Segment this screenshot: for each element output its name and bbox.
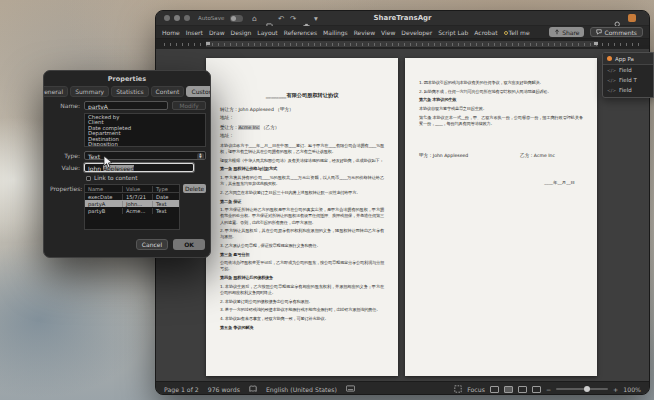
type-label: Type: (54, 152, 80, 159)
code-icon: </> (607, 78, 616, 83)
mouse-cursor (103, 155, 113, 169)
ribbon-tab-draw[interactable]: Draw (209, 29, 225, 36)
value-input[interactable]: John Appleseed (84, 163, 194, 172)
addin-avatar-icon[interactable] (628, 14, 636, 22)
table-row[interactable]: partyB Acme... Text (85, 207, 179, 214)
zoom-out-icon[interactable]: − (546, 386, 551, 393)
window-title: ShareTransAgr (156, 14, 649, 22)
indent-marker[interactable] (206, 42, 210, 45)
addin-pane-item[interactable]: </> Field T (603, 75, 653, 85)
ribbon-tab-design[interactable]: Design (231, 29, 252, 36)
tab-content[interactable]: Content (151, 86, 185, 97)
ribbon-tab-view[interactable]: View (381, 29, 395, 36)
ok-button[interactable]: OK (173, 239, 205, 250)
doc-clause-heading: 第四条 股权转让后的债权债务 (220, 275, 384, 281)
tab-general[interactable]: General (43, 86, 68, 97)
doc-address-line: 地址： (220, 133, 384, 138)
word-count[interactable]: 976 words (208, 386, 240, 393)
doc-clause-heading: 第五条 争议的解决 (220, 325, 384, 331)
dialog-title: Properties (44, 75, 210, 83)
document-page-1[interactable]: ________有限公司股权转让协议 转让方：John Appleseed （甲… (206, 58, 398, 376)
focus-icon (454, 385, 462, 393)
doc-transferor-line: 转让方：John Appleseed （甲方） (220, 107, 384, 112)
zoom-slider[interactable] (556, 388, 608, 390)
ribbon-tab-references[interactable]: References (284, 29, 317, 36)
read-mode-icon[interactable] (490, 386, 499, 393)
modify-button[interactable]: Modify (172, 101, 206, 110)
doc-paragraph: 3. 乙方承认公司章程，保证按章程规定履行义务和责任。 (220, 243, 384, 249)
ribbon-tab-developer[interactable]: Developer (401, 29, 432, 36)
ribbon-tab-acrobat[interactable]: Acrobat (474, 29, 497, 36)
page-indicator[interactable]: Page 1 of 2 (164, 386, 199, 393)
indent-marker[interactable] (594, 42, 598, 45)
print-layout-icon[interactable] (504, 386, 513, 393)
web-layout-icon[interactable] (518, 386, 527, 393)
doc-paragraph: 2. 本协议签订前公司的债权债务由公司享有和承担。 (220, 299, 384, 305)
ribbon-tab-script-lab[interactable]: Script Lab (438, 29, 468, 36)
doc-sign-partyB: 乙方：Acme Inc (520, 153, 555, 158)
properties-label: Properties: (50, 185, 80, 192)
table-row-selected[interactable]: partyA John... Text (85, 200, 179, 207)
table-header-row: Name Value Type (85, 185, 179, 193)
outline-view-icon[interactable] (532, 386, 541, 393)
ribbon-tab-bar: Home Insert Draw Design Layout Reference… (156, 26, 649, 39)
language-indicator[interactable]: English (United States) (266, 386, 337, 393)
doc-date-line: ____年__月__日 (419, 180, 583, 185)
doc-sign-partyA: 甲方：John Appleseed (419, 153, 468, 158)
tab-summary[interactable]: Summary (70, 86, 109, 97)
name-input[interactable]: partyA (84, 101, 168, 110)
doc-paragraph: 本协议由各方于____年__月__日在中国____签订。鉴于甲方在____有限公… (220, 143, 384, 155)
document-canvas: ________有限公司股权转让协议 转让方：John Appleseed （甲… (156, 49, 649, 381)
focus-toggle[interactable]: Focus (467, 386, 485, 393)
addin-pane-item[interactable]: </> Field (603, 85, 653, 95)
document-page-2[interactable]: 1. 因本协议引起的或与本协议有关的任何争议，双方应友好协商解决。 2. 如协商… (405, 58, 597, 376)
doc-clause-heading: 第一条 股权转让价格与付款方式 (220, 166, 384, 172)
comments-button[interactable]: Comments (590, 27, 643, 37)
desktop-wallpaper: AutoSave ⌂ ↶ ↷ ▾ ShareTransAgr Home Inse… (0, 0, 654, 400)
status-bar: Page 1 of 2 976 words English (United St… (156, 381, 649, 395)
list-item[interactable]: Disposition (85, 142, 205, 147)
tab-custom[interactable]: Custom (186, 86, 211, 97)
link-to-content-label: Link to content (94, 175, 138, 181)
doc-transferee-line: 受让方：Acme Inc （乙方） (220, 125, 384, 130)
addin-pane-title: App Pa (615, 56, 634, 62)
zoom-in-icon[interactable]: + (613, 386, 618, 393)
name-label: Name: (54, 102, 80, 109)
doc-field-partyB[interactable]: Acme Inc (238, 125, 259, 130)
ribbon-tab-insert[interactable]: Insert (186, 29, 203, 36)
dialog-tab-bar: General Summary Statistics Content Custo… (44, 86, 210, 97)
ribbon-tab-layout[interactable]: Layout (257, 29, 277, 36)
code-icon: </> (607, 68, 616, 73)
tab-statistics[interactable]: Statistics (111, 86, 148, 97)
zoom-level[interactable]: 100% (623, 386, 641, 393)
delete-button[interactable]: Delete (183, 184, 206, 193)
addin-pane-header: App Pa (603, 53, 653, 65)
doc-paragraph: 第七条 本协议正本一式__份，甲、乙双方各执一份，公司留存一份，报工商行政管理机… (419, 115, 583, 127)
proofing-icon[interactable] (249, 385, 257, 394)
word-window: AutoSave ⌂ ↶ ↷ ▾ ShareTransAgr Home Inse… (155, 10, 650, 395)
link-to-content-checkbox[interactable] (86, 176, 91, 181)
addin-pane-item[interactable]: </> Field (603, 65, 653, 75)
doc-paragraph: 现双方根据《中华人民共和国公司法》及有关法律法规的规定，经友好协商，达成协议如下… (220, 158, 384, 164)
comment-bubble-icon (596, 29, 602, 35)
share-button[interactable]: Share (549, 27, 584, 37)
doc-address-line: 地址： (220, 115, 384, 120)
doc-paragraph: 1. 甲方保证所转让给乙方的股权是甲方在公司的真实出资，是甲方合法拥有的股权，甲… (220, 207, 384, 225)
value-label: Value: (54, 164, 80, 171)
horizontal-ruler (156, 39, 649, 49)
doc-paragraph: 2. 甲方转让其股权后，其在公司原享有的权利和应承担的义务，随股权转让而转由乙方… (220, 228, 384, 240)
code-icon: </> (607, 88, 616, 93)
doc-paragraph: 4. 本协议如有未尽事宜，经双方协商一致，可签订补充协议。 (220, 316, 384, 322)
ribbon-tab-home[interactable]: Home (162, 29, 180, 36)
zoom-slider-knob[interactable] (584, 386, 590, 392)
dropdown-stepper-icon: ▲▼ (197, 153, 204, 160)
ribbon-tab-mailings[interactable]: Mailings (323, 29, 348, 36)
share-arrow-icon (554, 29, 560, 35)
cancel-button[interactable]: Cancel (136, 239, 168, 250)
doc-paragraph: 2. 乙方同意在本协议签订之日起三十日内将上述股权转让款一次性支付给甲方。 (220, 190, 384, 196)
keyboard-icon[interactable] (346, 385, 355, 393)
ribbon-tab-tell-me[interactable]: Tell me (504, 29, 530, 36)
ribbon-tab-review[interactable]: Review (354, 29, 375, 36)
table-row[interactable]: execDate 15/7/21 Date (85, 193, 179, 200)
doc-paragraph: 1. 本协议生效后，乙方按照公司章程规定享有相应的股东权利，并承担相应的义务；甲… (220, 284, 384, 296)
